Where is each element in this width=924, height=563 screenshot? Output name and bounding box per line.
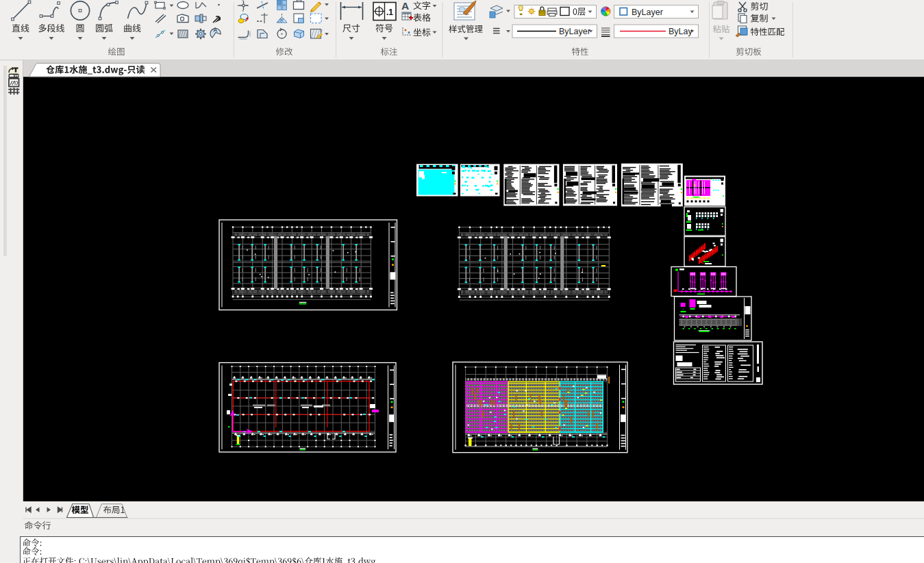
svg-text:A: A [401,0,409,12]
svg-text:ByLay: ByLay [669,27,692,36]
svg-text:.1: .1 [386,8,393,17]
svg-text:ByLayer: ByLayer [632,8,663,17]
svg-text:ByLayer: ByLayer [559,27,590,36]
